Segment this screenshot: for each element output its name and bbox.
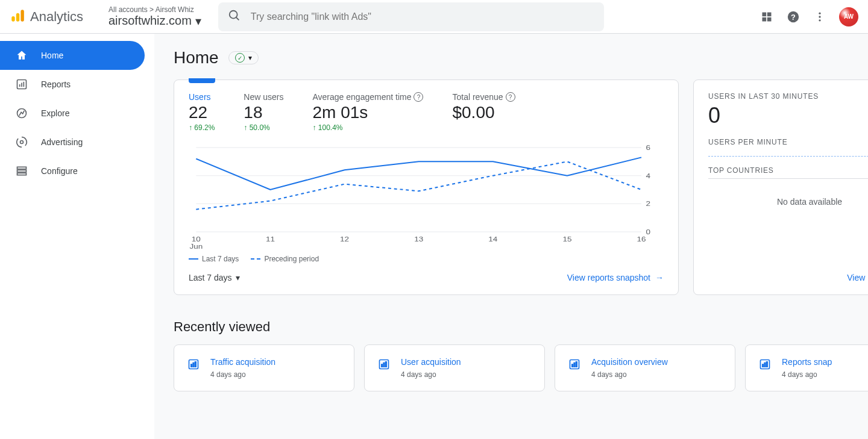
realtime-label: USERS IN LAST 30 MINUTES: [708, 92, 868, 101]
info-icon[interactable]: ?: [414, 92, 423, 102]
metric-change: ↑ 50.0%: [244, 123, 283, 132]
active-tab-indicator: [189, 78, 215, 83]
svg-rect-20: [17, 167, 27, 169]
more-vert-icon[interactable]: [813, 10, 827, 24]
svg-rect-44: [382, 364, 383, 367]
sidebar-item-label: Home: [41, 51, 63, 60]
svg-rect-0: [11, 16, 14, 22]
svg-rect-21: [17, 170, 27, 172]
svg-line-4: [236, 17, 239, 20]
svg-rect-46: [386, 362, 387, 367]
recent-time: 4 days ago: [782, 370, 832, 379]
recent-card[interactable]: User acquisition 4 days ago: [364, 344, 545, 391]
advertising-icon: [14, 135, 29, 149]
svg-rect-41: [193, 363, 194, 367]
recently-viewed-row: Traffic acquisition 4 days ago User acqu…: [174, 344, 868, 391]
report-icon: [567, 357, 582, 372]
legend-current: Last 7 days: [189, 255, 239, 263]
account-picker[interactable]: All accounts > Airsoft Whiz airsoftwhiz.…: [99, 5, 211, 28]
metric-average-engagement-time[interactable]: Average engagement time ? 2m 01s ↑ 100.4…: [313, 92, 424, 132]
recent-card[interactable]: Acquisition overview 4 days ago: [555, 344, 735, 391]
info-icon[interactable]: ?: [506, 92, 515, 102]
svg-rect-53: [764, 363, 766, 367]
svg-rect-52: [763, 364, 764, 367]
recently-viewed-title: Recently viewed: [174, 319, 868, 335]
sidebar-item-configure[interactable]: Configure: [0, 157, 145, 185]
view-realtime-link[interactable]: View realtime →: [847, 273, 868, 282]
svg-text:2: 2: [646, 201, 650, 208]
chevron-down-icon: ▾: [236, 273, 240, 282]
recent-time: 4 days ago: [591, 370, 668, 379]
configure-icon: [14, 164, 29, 178]
svg-point-3: [230, 11, 237, 19]
product-name: Analytics: [30, 9, 83, 25]
recent-card[interactable]: Traffic acquisition 4 days ago: [174, 344, 354, 391]
metric-users[interactable]: Users 22 ↑ 69.2%: [189, 92, 215, 132]
svg-text:15: 15: [562, 235, 571, 243]
chevron-down-icon: ▾: [195, 14, 201, 28]
view-reports-link[interactable]: View reports snapshot →: [567, 273, 664, 282]
recent-card[interactable]: Reports snap 4 days ago: [745, 344, 868, 391]
account-breadcrumb: All accounts > Airsoft Whiz: [108, 5, 201, 14]
svg-rect-45: [383, 363, 385, 367]
main-content: Home ✓ ▾ Users 22 ↑ 69.2% New users 18 ↑…: [154, 34, 868, 439]
app-header: Analytics All accounts > Airsoft Whiz ai…: [0, 0, 868, 34]
explore-icon: [14, 106, 29, 120]
metric-value: 18: [244, 103, 283, 122]
sidebar-item-advertising[interactable]: Advertising: [0, 128, 145, 157]
metric-new-users[interactable]: New users 18 ↑ 50.0%: [244, 92, 283, 132]
apps-icon[interactable]: [760, 10, 774, 24]
svg-rect-7: [763, 17, 767, 21]
svg-rect-15: [19, 84, 20, 87]
chevron-down-icon: ▾: [248, 54, 252, 62]
trend-chart: 024610111213141516Jun: [189, 142, 664, 250]
svg-rect-49: [574, 363, 575, 367]
report-icon: [758, 357, 772, 372]
report-icon: [186, 357, 201, 372]
page-title: Home ✓ ▾: [174, 48, 259, 67]
report-icon: [377, 357, 391, 372]
recent-title: Acquisition overview: [591, 357, 668, 367]
svg-point-12: [819, 16, 820, 17]
no-data-message: No data available: [708, 191, 868, 213]
avatar[interactable]: AW: [839, 7, 858, 26]
date-range-selector[interactable]: Last 7 days ▾: [189, 273, 240, 282]
overview-card: Users 22 ↑ 69.2% New users 18 ↑ 50.0% Av…: [174, 79, 679, 295]
svg-rect-6: [767, 12, 772, 16]
top-countries-header: TOP COUNTRIES USERS: [708, 166, 868, 179]
search-input[interactable]: [251, 11, 594, 22]
svg-rect-2: [20, 10, 24, 22]
sidebar-item-home[interactable]: Home: [0, 41, 145, 70]
sidebar-item-explore[interactable]: Explore: [0, 99, 145, 128]
metric-value: 2m 01s: [313, 103, 424, 122]
home-icon: [14, 48, 29, 63]
svg-rect-54: [767, 362, 768, 367]
metric-value: 22: [189, 103, 215, 122]
svg-rect-8: [767, 17, 772, 21]
arrow-right-icon: →: [655, 273, 664, 282]
metric-label: Users: [189, 92, 215, 102]
metric-label: Total revenue ?: [452, 92, 515, 102]
status-badge[interactable]: ✓ ▾: [228, 51, 259, 64]
recent-title: Traffic acquisition: [210, 357, 275, 367]
search-bar[interactable]: [218, 2, 604, 31]
help-icon[interactable]: ?: [786, 10, 800, 24]
svg-rect-50: [576, 362, 577, 367]
svg-text:11: 11: [266, 235, 275, 243]
svg-rect-17: [24, 82, 25, 87]
metric-label: New users: [244, 92, 283, 102]
metric-change: ↑ 100.4%: [313, 123, 424, 132]
realtime-card: USERS IN LAST 30 MINUTES 0 USERS PER MIN…: [693, 79, 868, 295]
metric-change: ↑ 69.2%: [189, 123, 215, 132]
svg-text:4: 4: [646, 172, 650, 179]
svg-rect-42: [195, 362, 197, 367]
sidebar-item-reports[interactable]: Reports: [0, 70, 145, 99]
metric-total-revenue[interactable]: Total revenue ? $0.00: [452, 92, 515, 132]
svg-text:Jun: Jun: [189, 243, 203, 250]
svg-text:14: 14: [488, 235, 497, 243]
svg-rect-1: [16, 13, 19, 22]
metric-label: Average engagement time ?: [313, 92, 424, 102]
reports-icon: [14, 77, 29, 92]
sidebar-item-label: Explore: [41, 108, 69, 118]
recent-time: 4 days ago: [401, 370, 461, 379]
